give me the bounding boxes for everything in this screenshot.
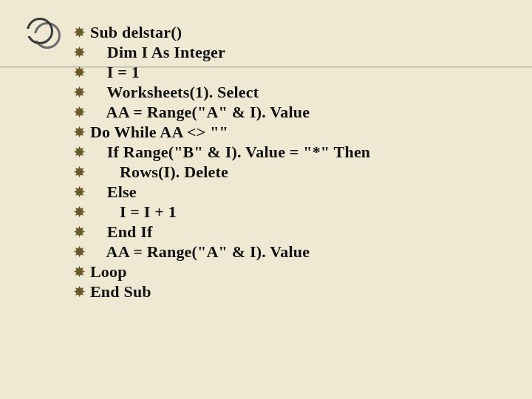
code-line: ✸ Do While AA <> "" [74,124,510,140]
bullet-icon: ✸ [74,86,90,99]
code-line: ✸ Loop [74,264,510,280]
code-text: Do While AA <> "" [90,124,228,140]
bullet-icon: ✸ [74,166,90,179]
code-text: Loop [90,264,127,280]
code-line: ✸ End Sub [74,284,510,300]
code-text: Rows(I). Delete [90,164,228,180]
bullet-icon: ✸ [74,285,90,299]
code-line: ✸ I = 1 [74,64,510,81]
code-text: AA = Range("A" & I). Value [90,104,310,120]
code-text: Else [90,184,137,200]
code-text: If Range("B" & I). Value = "*" Then [90,144,370,160]
bullet-icon: ✸ [74,46,90,59]
bullet-icon: ✸ [74,146,90,159]
bullet-icon: ✸ [74,106,90,119]
code-line: ✸ Rows(I). Delete [74,164,510,180]
spiral-binding-decoration [27,18,56,55]
bullet-icon: ✸ [74,26,90,39]
code-line: ✸ Worksheets(1). Select [74,84,510,100]
code-text: End Sub [90,284,151,300]
bullet-icon: ✸ [74,245,90,259]
bullet-icon: ✸ [74,225,90,239]
code-line: ✸ AA = Range("A" & I). Value [74,104,510,120]
code-line: ✸ Sub delstar() [74,24,510,41]
code-line: ✸ If Range("B" & I). Value = "*" Then [74,144,510,160]
code-line: ✸ AA = Range("A" & I). Value [74,244,510,260]
code-line: ✸ Dim I As Integer [74,44,510,61]
code-text: Sub delstar() [90,24,182,41]
code-line: ✸ I = I + 1 [74,204,510,220]
code-listing: ✸ Sub delstar() ✸ Dim I As Integer ✸ I =… [74,24,510,300]
code-text: AA = Range("A" & I). Value [90,244,310,260]
bullet-icon: ✸ [74,126,90,139]
bullet-icon: ✸ [74,265,90,279]
bullet-icon: ✸ [74,185,90,199]
code-text: I = 1 [90,64,140,81]
code-text: Dim I As Integer [90,44,225,61]
code-text: Worksheets(1). Select [90,84,259,100]
code-text: End If [90,224,153,240]
bullet-icon: ✸ [74,205,90,219]
code-line: ✸ Else [74,184,510,200]
slide-background: ✸ Sub delstar() ✸ Dim I As Integer ✸ I =… [0,0,532,399]
bullet-icon: ✸ [74,66,90,79]
code-text: I = I + 1 [90,204,177,220]
code-line: ✸ End If [74,224,510,240]
